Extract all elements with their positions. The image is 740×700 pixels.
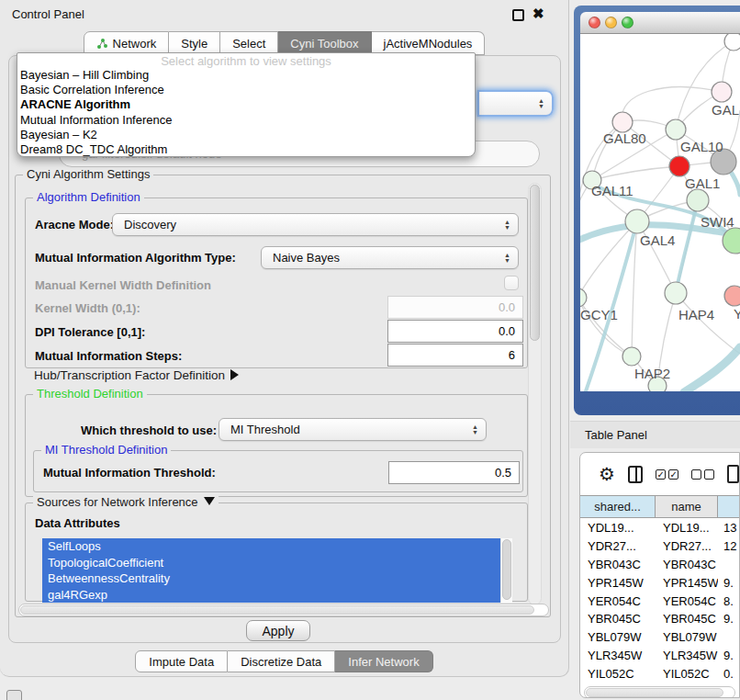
table-row[interactable]: YDL19... YDL19... 13 xyxy=(580,519,740,537)
table-row[interactable]: YDR27... YDR27... 12 xyxy=(580,537,740,556)
which-threshold-combo[interactable]: MI Threshold ▲▼ xyxy=(219,418,487,441)
close-window-icon[interactable]: ✖ xyxy=(533,6,544,22)
cell-value: 0. xyxy=(718,667,740,681)
network-node[interactable] xyxy=(724,286,740,306)
table-row[interactable]: YLR345W YLR345W 9. xyxy=(580,647,740,665)
table-row[interactable]: YIL052C YIL052C 0. xyxy=(580,664,740,683)
mi-algorithm-type-combo[interactable]: Naive Bayes ▲▼ xyxy=(261,246,519,269)
table-row[interactable]: YPR145W YPR145W 9. xyxy=(580,573,740,592)
attribute-item-selected[interactable]: SelfLoops xyxy=(42,538,500,555)
checked-box-icon: ✓ xyxy=(668,469,678,480)
network-node[interactable] xyxy=(669,156,690,176)
table-row[interactable]: YER054C YER054C 8. xyxy=(580,592,740,610)
table-horizontal-scrollbar[interactable] xyxy=(584,686,735,698)
apply-button[interactable]: Apply xyxy=(246,620,310,641)
cyni-bottom-tabs: Impute DataDiscretize DataInfer Network xyxy=(0,650,568,672)
algorithm-menu-item[interactable]: Mutual Information Inference xyxy=(17,113,475,128)
float-window-icon[interactable] xyxy=(512,9,524,21)
network-node[interactable] xyxy=(724,34,740,51)
manual-kernel-label: Manual Kernel Width Definition xyxy=(35,278,211,292)
checked-box-icon: ✓ xyxy=(656,469,666,480)
table-toolbar: ⚙ ✓ ✓ xyxy=(580,453,739,495)
table-row[interactable]: YBR045C YBR045C 9. xyxy=(580,610,740,628)
network-canvas[interactable]: GALGAL80GAL10GAL1GAL11SWI4GAL4GCY1HAP4YH… xyxy=(580,34,740,391)
table-panel-window: ⚙ ✓ ✓ shared... name A YDL19... YDL19...… xyxy=(579,452,740,698)
cell-name: YBR043C xyxy=(656,558,718,571)
aracne-mode-combo[interactable]: Discovery ▲▼ xyxy=(112,213,519,236)
network-node[interactable] xyxy=(687,189,709,211)
column-header[interactable]: A xyxy=(718,496,740,517)
algorithm-menu-item[interactable]: Dream8 DC_TDC Algorithm xyxy=(17,142,475,157)
column-header[interactable]: shared... xyxy=(580,496,656,517)
deselect-all-checkboxes-icon[interactable] xyxy=(691,469,714,480)
maximize-traffic-light-icon[interactable] xyxy=(622,17,633,28)
combo-value: Naive Bayes xyxy=(273,251,340,265)
split-columns-icon[interactable] xyxy=(628,466,643,483)
network-node-label: GAL4 xyxy=(640,232,675,248)
tab[interactable]: Infer Network xyxy=(335,650,432,672)
table-row[interactable]: YBR043C YBR043C xyxy=(580,556,740,574)
tab[interactable]: Discretize Data xyxy=(228,650,335,672)
sources-toggle[interactable]: Sources for Network Inference xyxy=(33,495,219,509)
algorithm-menu-item[interactable]: Bayesian – Hill Climbing xyxy=(17,68,475,83)
scrollbar-thumb[interactable] xyxy=(502,539,511,600)
mi-threshold-definition-group: MI Threshold Definition Mutual Informati… xyxy=(33,450,523,492)
settings-horizontal-scrollbar[interactable] xyxy=(18,604,549,616)
network-edge xyxy=(622,87,722,122)
table-panel-title: Table Panel xyxy=(585,428,647,442)
column-header[interactable]: name xyxy=(656,496,718,517)
attributes-vertical-scrollbar[interactable] xyxy=(500,538,512,603)
hub-definition-toggle[interactable]: Hub/Transcription Factor Definition xyxy=(34,368,239,382)
column-header-label: shared... xyxy=(594,500,641,514)
hub-definition-label: Hub/Transcription Factor Definition xyxy=(34,368,225,382)
group-title: Algorithm Definition xyxy=(33,190,144,204)
aracne-mode-label: Aracne Mode: xyxy=(35,218,114,231)
network-node[interactable] xyxy=(622,347,641,366)
select-all-checkboxes-icon[interactable]: ✓ ✓ xyxy=(656,469,678,480)
scrollbar-thumb[interactable] xyxy=(20,605,534,615)
algorithm-menu-item[interactable]: Bayesian – K2 xyxy=(17,128,475,142)
attribute-item-selected[interactable]: BetweennessCentrality xyxy=(42,570,500,587)
cell-name: YIL052C xyxy=(656,667,718,681)
algorithm-menu-item[interactable]: ARACNE Algorithm xyxy=(17,97,475,112)
scrollbar-thumb[interactable] xyxy=(586,688,723,697)
network-node-label: GAL xyxy=(712,102,739,118)
attribute-item-selected[interactable]: TopologicalCoefficient xyxy=(42,555,500,571)
which-threshold-label: Which threshold to use: xyxy=(81,423,217,437)
network-node[interactable] xyxy=(625,209,649,233)
network-node[interactable] xyxy=(612,112,633,132)
network-node[interactable] xyxy=(665,282,687,304)
mi-threshold-field[interactable]: 0.5 xyxy=(388,461,520,484)
cell-value: 9. xyxy=(718,649,740,662)
sources-title: Sources for Network Inference xyxy=(37,495,198,509)
gear-icon[interactable]: ⚙ xyxy=(599,463,615,485)
combo-value: MI Threshold xyxy=(230,423,300,436)
network-node[interactable] xyxy=(666,119,686,140)
network-node[interactable] xyxy=(712,82,732,102)
export-table-icon[interactable] xyxy=(727,465,739,483)
network-node-label: Y xyxy=(734,306,740,322)
cell-value: 13 xyxy=(718,521,740,535)
settings-vertical-scrollbar[interactable] xyxy=(528,183,542,605)
manual-kernel-checkbox[interactable] xyxy=(504,276,519,290)
network-icon xyxy=(96,38,108,50)
table-row[interactable]: YBL079W YBL079W xyxy=(580,628,740,647)
network-graph[interactable]: GALGAL80GAL10GAL1GAL11SWI4GAL4GCY1HAP4YH… xyxy=(580,34,740,391)
network-node[interactable] xyxy=(580,288,587,307)
scrollbar-thumb[interactable] xyxy=(530,185,540,341)
window-title: Control Panel xyxy=(12,7,84,21)
inference-algorithm-combo-fragment[interactable]: ▲▼ xyxy=(477,90,554,117)
cell-name: YBR045C xyxy=(656,612,718,626)
minimized-panel-icon[interactable] xyxy=(6,690,22,700)
tab[interactable]: Impute Data xyxy=(135,650,228,672)
kernel-width-field: 0.0 xyxy=(387,296,523,319)
threshold-definition-group: Threshold Definition Which threshold to … xyxy=(25,394,528,497)
cell-shared-name: YPR145W xyxy=(580,576,656,590)
dpi-tolerance-field[interactable]: 0.0 xyxy=(387,320,523,343)
close-traffic-light-icon[interactable] xyxy=(589,17,600,28)
minimize-traffic-light-icon[interactable] xyxy=(605,17,617,28)
network-window-titlebar[interactable] xyxy=(580,12,740,34)
mi-steps-field[interactable]: 6 xyxy=(387,344,523,367)
attribute-item-selected[interactable]: gal4RGexp xyxy=(42,587,500,604)
algorithm-menu-item[interactable]: Basic Correlation Inference xyxy=(17,83,475,97)
